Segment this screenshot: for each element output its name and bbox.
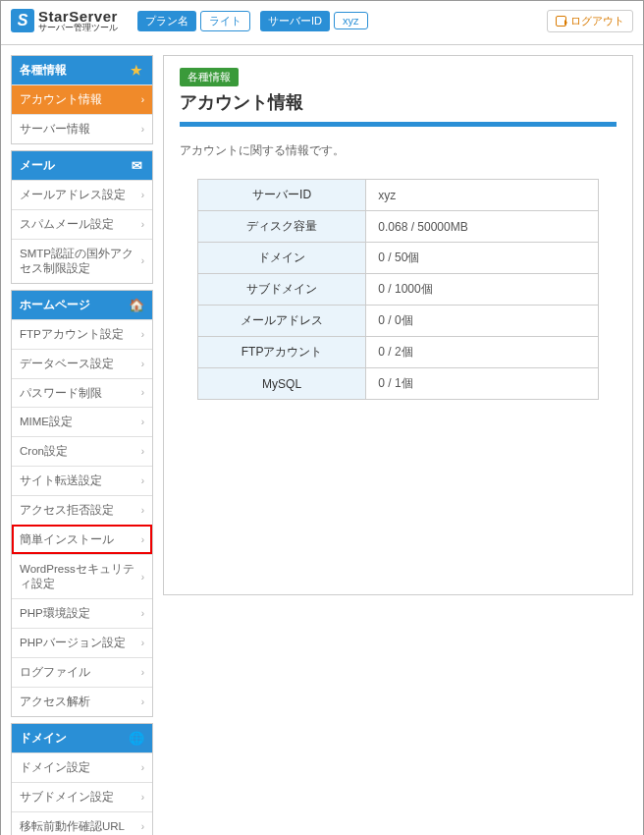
sidebar-item-label: PHP環境設定 (20, 606, 90, 621)
sidebar-item[interactable]: 移転前動作確認URL› (12, 811, 152, 835)
chevron-right-icon: › (141, 386, 144, 399)
sidebar-item[interactable]: パスワード制限› (12, 378, 152, 408)
sidebar-item[interactable]: サイト転送設定› (12, 466, 152, 495)
top-bar: S StarServer サーバー管理ツール プラン名 ライト サーバーID x… (1, 1, 643, 45)
table-row: メールアドレス0 / 0個 (197, 306, 598, 337)
sidebar-item[interactable]: MIME設定› (12, 407, 152, 436)
logo-title: StarServer (38, 9, 118, 24)
sidebar-item[interactable]: サブドメイン設定› (12, 782, 152, 811)
logout-icon (556, 16, 566, 27)
server-tag: サーバーID xyz (260, 11, 368, 31)
sidebar-header-mail: メール✉ (12, 151, 152, 180)
sidebar-item-label: スパムメール設定 (20, 217, 114, 232)
sidebar-item[interactable]: アクセス拒否設定› (12, 495, 152, 525)
account-info-table: サーバーIDxyzディスク容量0.068 / 50000MBドメイン0 / 50… (197, 179, 599, 400)
table-row: ドメイン0 / 50個 (197, 243, 598, 274)
sidebar: 各種情報★アカウント情報›サーバー情報›メール✉メールアドレス設定›スパムメール… (11, 55, 153, 835)
plan-value: ライト (200, 11, 250, 31)
chevron-right-icon: › (141, 189, 144, 201)
chevron-right-icon: › (141, 820, 144, 833)
row-value: 0 / 1個 (366, 368, 599, 400)
row-key: サブドメイン (197, 274, 366, 306)
sidebar-item-label: アカウント情報 (20, 92, 102, 107)
row-key: サーバーID (197, 180, 366, 211)
sidebar-item[interactable]: スパムメール設定› (12, 209, 152, 239)
row-value: 0 / 1000個 (366, 274, 599, 306)
sidebar-item[interactable]: Cron設定› (12, 436, 152, 466)
sidebar-item-label: サブドメイン設定 (20, 790, 114, 805)
sidebar-item-label: サーバー情報 (20, 122, 90, 137)
chevron-right-icon: › (141, 358, 144, 370)
sidebar-item[interactable]: FTPアカウント設定› (12, 319, 152, 349)
sidebar-item[interactable]: アクセス解析› (12, 687, 152, 716)
sidebar-item[interactable]: PHP環境設定› (12, 598, 152, 628)
sidebar-item[interactable]: 簡単インストール› (12, 525, 152, 554)
logo-subtitle: サーバー管理ツール (38, 24, 118, 32)
sidebar-item[interactable]: サーバー情報› (12, 114, 152, 143)
table-row: サブドメイン0 / 1000個 (197, 274, 598, 306)
row-key: FTPアカウント (197, 337, 366, 368)
chevron-right-icon: › (141, 254, 144, 267)
category-badge: 各種情報 (180, 68, 239, 86)
sidebar-item-label: 簡単インストール (20, 532, 114, 547)
sidebar-item-label: Cron設定 (20, 444, 68, 459)
sidebar-item-label: アクセス拒否設定 (20, 503, 114, 518)
mail-icon: ✉ (129, 157, 144, 173)
sidebar-item-label: FTPアカウント設定 (20, 327, 124, 342)
sidebar-item-label: サイト転送設定 (20, 473, 102, 488)
sidebar-item-label: ドメイン設定 (20, 760, 90, 775)
sidebar-header-star: 各種情報★ (12, 56, 152, 84)
sidebar-header-label: メール (20, 157, 55, 174)
sidebar-header-home: ホームページ🏠 (12, 291, 152, 319)
row-key: ディスク容量 (197, 211, 366, 243)
sidebar-item-label: WordPressセキュリティ設定 (20, 562, 141, 591)
sidebar-item-label: アクセス解析 (20, 695, 90, 709)
sidebar-item[interactable]: アカウント情報› (12, 84, 152, 114)
chevron-right-icon: › (141, 666, 144, 679)
chevron-right-icon: › (141, 218, 144, 231)
chevron-right-icon: › (141, 637, 144, 649)
sidebar-header-label: ホームページ (20, 297, 90, 313)
sidebar-header-globe: ドメイン🌐 (12, 724, 152, 752)
sidebar-item-label: データベース設定 (20, 357, 114, 371)
sidebar-item[interactable]: ドメイン設定› (12, 752, 152, 782)
chevron-right-icon: › (141, 416, 144, 428)
table-row: サーバーIDxyz (197, 180, 598, 211)
chevron-right-icon: › (141, 445, 144, 458)
chevron-right-icon: › (141, 571, 144, 584)
chevron-right-icon: › (141, 791, 144, 804)
row-value: 0.068 / 50000MB (366, 211, 599, 243)
table-row: ディスク容量0.068 / 50000MB (197, 211, 598, 243)
sidebar-header-label: 各種情報 (20, 62, 67, 79)
chevron-right-icon: › (141, 93, 144, 106)
star-icon: ★ (129, 63, 144, 79)
row-key: メールアドレス (197, 306, 366, 337)
sidebar-item-label: パスワード制限 (20, 386, 102, 401)
row-value: 0 / 0個 (366, 306, 599, 337)
page-description: アカウントに関する情報です。 (180, 142, 617, 159)
sidebar-item-label: ログファイル (20, 665, 90, 680)
sidebar-item[interactable]: SMTP認証の国外アクセス制限設定› (12, 239, 152, 283)
logout-button[interactable]: ログアウト (547, 10, 633, 32)
chevron-right-icon: › (141, 696, 144, 708)
row-value: xyz (366, 180, 599, 211)
sidebar-item-label: メールアドレス設定 (20, 188, 126, 202)
chevron-right-icon: › (141, 123, 144, 136)
row-value: 0 / 2個 (366, 337, 599, 368)
sidebar-item[interactable]: メールアドレス設定› (12, 180, 152, 209)
sidebar-item[interactable]: データベース設定› (12, 349, 152, 378)
row-key: ドメイン (197, 243, 366, 274)
table-row: FTPアカウント0 / 2個 (197, 337, 598, 368)
sidebar-item[interactable]: PHPバージョン設定› (12, 628, 152, 657)
sidebar-item[interactable]: ログファイル› (12, 657, 152, 687)
sidebar-item[interactable]: WordPressセキュリティ設定› (12, 554, 152, 598)
page-title: アカウント情報 (180, 90, 617, 114)
table-row: MySQL0 / 1個 (197, 368, 598, 400)
globe-icon: 🌐 (129, 730, 144, 746)
sidebar-item-label: SMTP認証の国外アクセス制限設定 (20, 247, 141, 276)
sidebar-item-label: 移転前動作確認URL (20, 819, 125, 834)
main-panel: 各種情報 アカウント情報 アカウントに関する情報です。 サーバーIDxyzディス… (163, 55, 633, 595)
chevron-right-icon: › (141, 474, 144, 487)
sidebar-item-label: MIME設定 (20, 415, 73, 429)
sidebar-header-label: ドメイン (20, 730, 67, 747)
